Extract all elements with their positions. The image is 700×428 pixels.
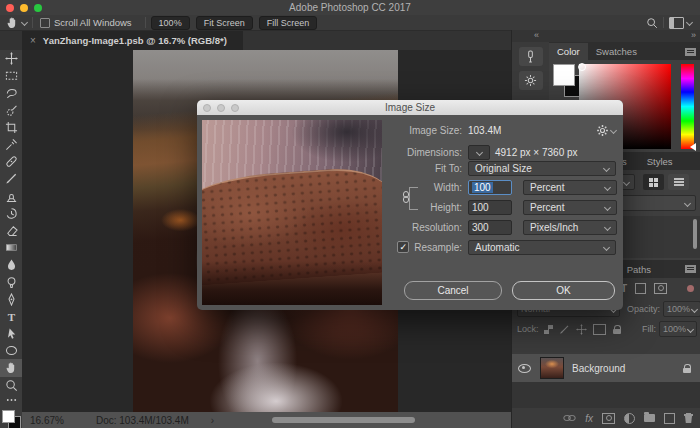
close-tab-icon[interactable]: × <box>30 35 36 46</box>
lasso-tool[interactable] <box>0 84 22 101</box>
layer-thumbnail[interactable] <box>540 357 564 379</box>
eyedropper-tool[interactable] <box>0 136 22 153</box>
opacity-value[interactable]: 100% <box>663 301 700 317</box>
adjustment-layer-icon[interactable] <box>624 413 635 424</box>
link-layers-icon[interactable] <box>563 414 576 422</box>
tab-swatches[interactable]: Swatches <box>588 43 645 60</box>
fill-screen-button[interactable]: Fill Screen <box>259 16 318 30</box>
foreground-color-well[interactable] <box>553 64 575 86</box>
rectangular-marquee-tool[interactable] <box>0 67 22 84</box>
color-picker-marker[interactable] <box>578 63 586 71</box>
layer-name: Background <box>572 363 625 374</box>
tab-paths[interactable]: Paths <box>619 261 659 278</box>
fill-value[interactable]: 100% <box>659 321 697 337</box>
hand-tool[interactable] <box>0 359 22 376</box>
crop-tool[interactable] <box>0 119 22 136</box>
filter-toggle-icon[interactable] <box>687 285 694 292</box>
height-input[interactable]: 100 <box>468 200 512 215</box>
lock-image-icon[interactable] <box>559 324 570 335</box>
lock-transparency-icon[interactable] <box>544 325 553 334</box>
foreground-color-swatch[interactable] <box>2 410 15 423</box>
width-unit-dropdown[interactable]: Percent <box>523 180 617 195</box>
list-view-button[interactable] <box>668 174 689 190</box>
edit-toolbar-ellipsis[interactable] <box>0 394 22 407</box>
fit-to-dropdown[interactable]: Original Size <box>468 161 616 176</box>
layers-panel-menu-icon[interactable] <box>685 265 696 273</box>
move-tool[interactable] <box>0 50 22 67</box>
dialog-titlebar[interactable]: Image Size <box>197 100 623 115</box>
gradient-tool[interactable] <box>0 239 22 256</box>
hand-tool-options-icon[interactable] <box>6 16 19 29</box>
tab-styles[interactable]: Styles <box>639 153 681 170</box>
zoom-tool[interactable] <box>0 377 22 394</box>
resample-dropdown[interactable]: Automatic <box>468 240 616 255</box>
new-layer-icon[interactable] <box>664 413 675 424</box>
delete-layer-icon[interactable] <box>684 413 693 423</box>
svg-text:T: T <box>7 311 15 323</box>
vertical-scrollbar-thumb[interactable] <box>693 219 697 249</box>
search-icon[interactable] <box>646 17 658 29</box>
type-tool[interactable]: T <box>0 308 22 325</box>
status-chevron-icon[interactable]: › <box>211 415 214 426</box>
path-selection-tool[interactable] <box>0 325 22 342</box>
fill-label: Fill: <box>642 324 656 334</box>
ok-button[interactable]: OK <box>512 281 615 300</box>
layer-effects-icon[interactable]: fx <box>585 413 593 424</box>
grid-view-button[interactable] <box>643 174 664 190</box>
color-panel-menu-icon[interactable] <box>685 48 696 56</box>
image-size-preview[interactable] <box>202 120 382 305</box>
dimensions-label: Dimensions: <box>400 147 462 158</box>
opacity-label: Opacity: <box>627 304 660 314</box>
dialog-title: Image Size <box>197 102 623 113</box>
workspace-icon[interactable] <box>669 17 684 29</box>
tab-color[interactable]: Color <box>549 43 588 60</box>
eraser-tool[interactable] <box>0 222 22 239</box>
filter-shape-layers-icon[interactable] <box>635 283 646 294</box>
filter-smart-objects-icon[interactable] <box>654 283 667 294</box>
history-panel-icon[interactable] <box>519 47 543 66</box>
clone-stamp-tool[interactable] <box>0 188 22 205</box>
lock-artboard-icon[interactable] <box>593 324 606 335</box>
tool-preset-chevron-icon[interactable] <box>21 19 28 26</box>
height-unit-dropdown[interactable]: Percent <box>523 200 617 215</box>
gear-icon[interactable] <box>596 124 609 137</box>
fit-screen-button[interactable]: Fit Screen <box>196 16 253 30</box>
properties-panel-icon[interactable] <box>519 71 543 90</box>
quick-selection-tool[interactable] <box>0 102 22 119</box>
dimensions-unit-dropdown[interactable] <box>468 145 490 160</box>
hue-slider[interactable] <box>681 64 694 149</box>
status-bar: 16.67% Doc: 103.4M/103.4M › <box>22 412 511 428</box>
eye-icon[interactable] <box>518 364 531 373</box>
lock-position-icon[interactable] <box>576 324 587 335</box>
dodge-tool[interactable] <box>0 273 22 290</box>
width-label: Width: <box>400 182 462 193</box>
blur-tool[interactable] <box>0 256 22 273</box>
scroll-all-windows-checkbox[interactable] <box>40 18 50 28</box>
new-group-icon[interactable] <box>644 414 655 422</box>
resolution-input[interactable]: 300 <box>468 220 512 235</box>
hue-slider-marker[interactable] <box>690 143 696 151</box>
gear-chevron-icon[interactable] <box>610 126 617 133</box>
app-title: Adobe Photoshop CC 2017 <box>0 0 700 15</box>
horizontal-scrollbar-thumb[interactable] <box>272 417 415 423</box>
brush-tool[interactable] <box>0 170 22 187</box>
collapse-panels-icon[interactable]: « <box>534 30 539 40</box>
resample-checkbox[interactable]: ✓ <box>397 241 409 253</box>
foreground-background-colors[interactable] <box>0 407 22 428</box>
pen-tool[interactable] <box>0 291 22 308</box>
document-tab[interactable]: × YanZhang-Image1.psb @ 16.7% (RGB/8*) <box>22 31 243 50</box>
width-input[interactable]: 100 <box>468 180 512 195</box>
history-brush-tool[interactable] <box>0 205 22 222</box>
scroll-all-windows-label: Scroll All Windows <box>54 17 132 28</box>
workspace-chevron-icon[interactable] <box>686 19 693 26</box>
zoom-100-button[interactable]: 100% <box>151 16 190 30</box>
cancel-button[interactable]: Cancel <box>404 281 502 300</box>
add-mask-icon[interactable] <box>602 413 615 424</box>
lock-all-icon[interactable] <box>613 325 621 334</box>
ellipse-tool[interactable] <box>0 342 22 359</box>
expand-panels-icon[interactable]: » <box>691 30 696 40</box>
resolution-unit-dropdown[interactable]: Pixels/Inch <box>523 220 617 235</box>
spot-healing-brush-tool[interactable] <box>0 153 22 170</box>
layer-row-background[interactable]: Background <box>512 354 700 382</box>
zoom-level-field[interactable]: 16.67% <box>30 415 64 426</box>
